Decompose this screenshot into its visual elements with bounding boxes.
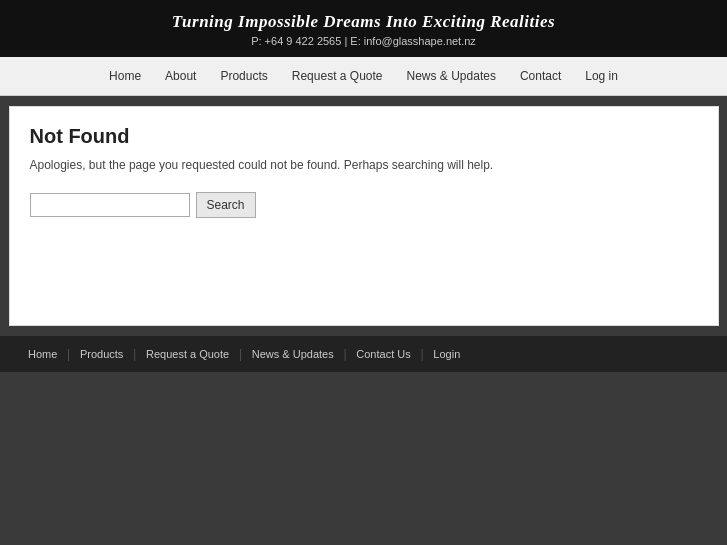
footer-separator-3: | [237, 346, 244, 362]
nav-link-contact[interactable]: Contact [508, 65, 573, 87]
footer-nav-item-home[interactable]: Home [20, 346, 65, 362]
nav-item-login[interactable]: Log in [573, 65, 630, 87]
footer-nav-item-contact[interactable]: Contact Us [348, 346, 418, 362]
search-input[interactable] [30, 193, 190, 217]
nav-item-news[interactable]: News & Updates [395, 65, 508, 87]
page-title: Not Found [30, 125, 698, 148]
footer-link-login[interactable]: Login [425, 346, 468, 362]
search-form: Search [30, 192, 698, 218]
search-button[interactable]: Search [196, 192, 256, 218]
footer-link-news[interactable]: News & Updates [244, 346, 342, 362]
nav-link-news[interactable]: News & Updates [395, 65, 508, 87]
nav-item-about[interactable]: About [153, 65, 208, 87]
footer-link-quote[interactable]: Request a Quote [138, 346, 237, 362]
site-contact: P: +64 9 422 2565 | E: info@glasshape.ne… [0, 35, 727, 47]
footer-nav-item-quote[interactable]: Request a Quote [138, 346, 237, 362]
nav-link-about[interactable]: About [153, 65, 208, 87]
site-tagline: Turning Impossible Dreams Into Exciting … [0, 12, 727, 32]
footer-nav-item-products[interactable]: Products [72, 346, 131, 362]
nav-link-products[interactable]: Products [208, 65, 279, 87]
site-header: Turning Impossible Dreams Into Exciting … [0, 0, 727, 57]
footer-nav-item-login[interactable]: Login [425, 346, 468, 362]
footer-nav-item-news[interactable]: News & Updates [244, 346, 342, 362]
nav-item-contact[interactable]: Contact [508, 65, 573, 87]
nav-item-quote[interactable]: Request a Quote [280, 65, 395, 87]
nav-item-products[interactable]: Products [208, 65, 279, 87]
footer-separator-1: | [65, 346, 72, 362]
nav-item-home[interactable]: Home [97, 65, 153, 87]
footer-separator-5: | [419, 346, 426, 362]
not-found-message: Apologies, but the page you requested co… [30, 158, 698, 172]
footer-link-products[interactable]: Products [72, 346, 131, 362]
footer-link-home[interactable]: Home [20, 346, 65, 362]
footer-dark-area [0, 372, 727, 545]
footer-link-contact[interactable]: Contact Us [348, 346, 418, 362]
content-wrapper: Not Found Apologies, but the page you re… [9, 106, 719, 326]
nav-link-quote[interactable]: Request a Quote [280, 65, 395, 87]
footer-separator-2: | [131, 346, 138, 362]
nav-link-login[interactable]: Log in [573, 65, 630, 87]
nav-link-home[interactable]: Home [97, 65, 153, 87]
footer-separator-4: | [342, 346, 349, 362]
footer-navigation: Home | Products | Request a Quote | News… [0, 336, 727, 372]
main-navigation: Home About Products Request a Quote News… [0, 57, 727, 96]
